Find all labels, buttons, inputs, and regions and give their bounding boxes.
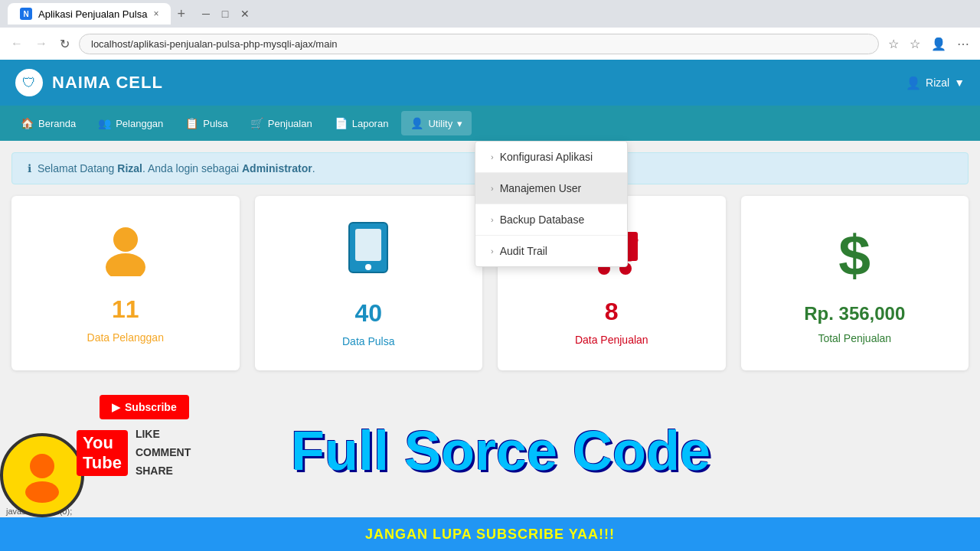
utility-chevron-down-icon: ▾ <box>457 118 462 129</box>
bottom-banner: JANGAN LUPA SUBSCRIBE YAA!!! <box>0 517 980 551</box>
bottom-banner-text: JANGAN LUPA SUBSCRIBE YAA!!! <box>365 527 615 543</box>
utility-icon: 👤 <box>410 117 423 129</box>
konfigurasi-label: Konfigurasi Aplikasi <box>500 151 593 163</box>
pulsa-card-icon <box>341 219 395 292</box>
alert-role: Administrator <box>242 162 312 174</box>
app-brand: 🛡 NAIMA CELL <box>15 69 163 96</box>
like-comment-share: LIKECOMMENTSHARE <box>136 425 191 480</box>
user-name: Rizal <box>926 77 949 89</box>
user-avatar-icon: 👤 <box>906 76 921 90</box>
nav-pulsa-label: Pulsa <box>203 118 228 129</box>
menu-button[interactable]: ⋯ <box>954 34 972 54</box>
backup-label: Backup Database <box>500 214 585 226</box>
svg-point-0 <box>113 227 138 252</box>
utility-dropdown: › Konfigurasi Aplikasi › Manajemen User … <box>475 141 628 267</box>
nav-penjualan[interactable]: 🛒 Penjualan <box>241 111 322 135</box>
users-icon: 👥 <box>98 117 111 129</box>
browser-tab[interactable]: N Aplikasi Penjualan Pulsa × <box>8 3 171 24</box>
svg-text:$: $ <box>838 223 871 284</box>
nav-beranda-label: Beranda <box>38 118 76 129</box>
youtube-icon: YouTube <box>77 430 128 476</box>
stat-card-pelanggan: 11 Data Pelanggan <box>11 196 240 370</box>
dropdown-manajemen-user[interactable]: › Manajemen User <box>475 173 627 204</box>
fullsrc-overlay: Full Sorce Code <box>291 419 710 482</box>
total-label: Total Penjualan <box>818 332 891 344</box>
penjualan-label: Data Penjualan <box>575 334 648 346</box>
tab-close-btn[interactable]: × <box>153 8 158 19</box>
nav-pelanggan-label: Pelanggan <box>116 118 163 129</box>
nav-pelanggan[interactable]: 👥 Pelanggan <box>89 111 172 135</box>
chevron-right-icon-2: › <box>491 184 494 193</box>
minimize-button[interactable]: ─ <box>198 6 214 21</box>
yt-logo-icon: ▶ <box>112 401 120 413</box>
back-button[interactable]: ← <box>8 34 26 54</box>
maximize-button[interactable]: □ <box>217 6 233 21</box>
penjualan-count: 8 <box>605 298 619 326</box>
browser-actions: ☆ ☆ 👤 ⋯ <box>885 34 972 54</box>
brand-name: NAIMA CELL <box>52 73 163 93</box>
svg-point-11 <box>30 454 54 478</box>
bookmark-star-button[interactable]: ☆ <box>885 34 902 54</box>
svg-point-1 <box>106 253 145 276</box>
bookmark-button[interactable]: ☆ <box>906 34 923 54</box>
manajemen-user-label: Manajemen User <box>500 182 582 194</box>
app-wrapper: 🛡 NAIMA CELL 👤 Rizal ▼ 🏠 Beranda 👥 Pelan… <box>0 60 980 551</box>
svg-rect-3 <box>355 229 381 261</box>
pulsa-icon: 📋 <box>185 117 198 129</box>
pulsa-count: 40 <box>354 299 382 328</box>
stat-card-pulsa: 40 Data Pulsa <box>255 196 483 370</box>
tab-title: Aplikasi Penjualan Pulsa <box>38 8 147 20</box>
browser-controls: ← → ↻ ☆ ☆ 👤 ⋯ <box>0 28 980 60</box>
nav-pulsa[interactable]: 📋 Pulsa <box>176 111 237 135</box>
dropdown-backup[interactable]: › Backup Database <box>475 204 627 236</box>
window-controls: ─ □ ✕ <box>198 6 254 21</box>
subscribe-label: Subscribe <box>125 401 177 413</box>
status-bar-text: javascript:void(0); <box>6 507 72 516</box>
nav-laporan-label: Laporan <box>352 118 389 129</box>
pulsa-label: Data Pulsa <box>342 335 394 347</box>
subscribe-button[interactable]: ▶ Subscribe <box>100 395 189 419</box>
cart-icon: 🛒 <box>250 117 263 129</box>
tab-favicon: N <box>20 8 32 20</box>
app-header: 🛡 NAIMA CELL 👤 Rizal ▼ <box>0 60 980 106</box>
alert-username: Rizal <box>117 162 142 174</box>
chevron-right-icon-4: › <box>491 246 494 256</box>
audit-trail-label: Audit Trail <box>500 245 547 257</box>
profile-button[interactable]: 👤 <box>928 34 949 54</box>
report-icon: 📄 <box>335 117 348 129</box>
alert-icon: ℹ <box>28 162 31 174</box>
browser-chrome: N Aplikasi Penjualan Pulsa × + ─ □ ✕ ← →… <box>0 0 980 60</box>
dropdown-konfigurasi[interactable]: › Konfigurasi Aplikasi <box>475 142 627 173</box>
stat-card-total: $ Rp. 356,000 Total Penjualan <box>741 196 969 370</box>
fullsrc-text: Full Sorce Code <box>291 420 710 481</box>
chevron-right-icon: › <box>491 152 494 161</box>
alert-text: Selamat Datang Rizal. Anda login sebagai… <box>38 162 315 174</box>
nav-laporan[interactable]: 📄 Laporan <box>325 111 398 135</box>
dropdown-audit-trail[interactable]: › Audit Trail <box>475 236 627 266</box>
nav-beranda[interactable]: 🏠 Beranda <box>11 111 85 135</box>
total-amount: Rp. 356,000 <box>804 303 905 324</box>
total-card-icon: $ <box>828 223 881 295</box>
close-window-button[interactable]: ✕ <box>236 6 254 21</box>
nav-utility[interactable]: 👤 Utility ▾ <box>401 111 472 135</box>
forward-button[interactable]: → <box>32 34 51 54</box>
pelanggan-label: Data Pelanggan <box>87 331 164 344</box>
pelanggan-icon <box>99 223 152 288</box>
svg-point-12 <box>25 481 59 503</box>
address-bar[interactable] <box>79 34 879 54</box>
reload-button[interactable]: ↻ <box>57 34 73 54</box>
youtube-overlay: PPE ▶ Subscribe YouTube LIKECOMMENTSHARE <box>0 380 345 517</box>
user-dropdown-chevron: ▼ <box>954 77 965 89</box>
status-bar: javascript:void(0); <box>0 505 78 517</box>
chevron-right-icon-3: › <box>491 215 494 224</box>
app-navbar: 🏠 Beranda 👥 Pelanggan 📋 Pulsa 🛒 Penjuala… <box>0 106 980 141</box>
nav-utility-label: Utility <box>428 118 452 129</box>
new-tab-button[interactable]: + <box>171 6 191 22</box>
nav-penjualan-label: Penjualan <box>268 118 312 129</box>
user-info[interactable]: 👤 Rizal ▼ <box>906 76 965 90</box>
home-icon: 🏠 <box>21 117 34 129</box>
pelanggan-count: 11 <box>112 295 139 324</box>
browser-titlebar: N Aplikasi Penjualan Pulsa × + ─ □ ✕ <box>0 0 980 28</box>
brand-icon: 🛡 <box>15 69 43 96</box>
svg-point-4 <box>365 264 371 270</box>
